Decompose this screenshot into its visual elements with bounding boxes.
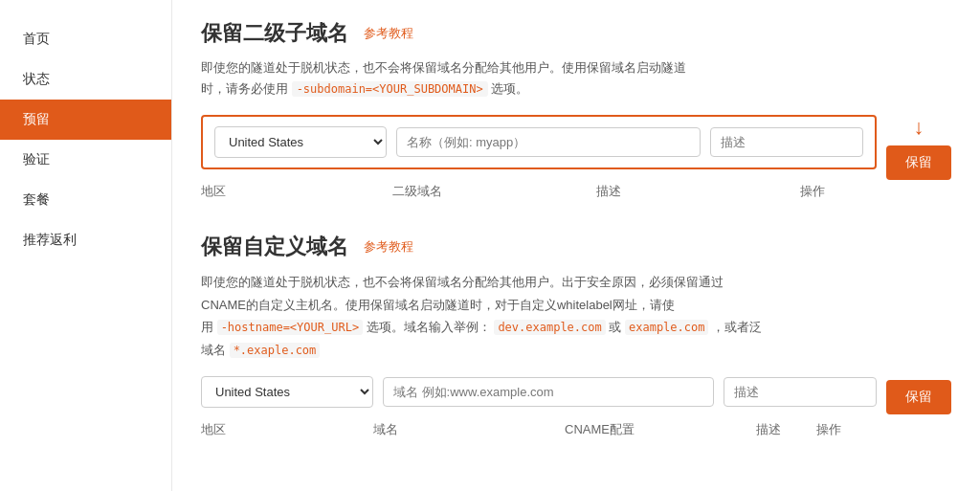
th2-action: 操作 <box>816 421 877 438</box>
th2-desc: 描述 <box>756 421 816 438</box>
sidebar-item-verify[interactable]: 验证 <box>0 140 171 180</box>
sidebar-item-status[interactable]: 状态 <box>0 59 171 100</box>
custom-domain-ref-link[interactable]: 参考教程 <box>364 238 413 256</box>
custom-domain-name-input[interactable] <box>383 377 714 407</box>
subdomain-table-header: 地区 二级域名 描述 操作 <box>201 179 877 204</box>
subdomain-form-row: United States <box>201 115 877 169</box>
custom-desc-7: 域名 <box>201 343 226 357</box>
custom-desc-1: 即使您的隧道处于脱机状态，也不会将保留域名分配给其他用户。出于安全原因，必须保留… <box>201 275 724 289</box>
custom-code2: -hostname=<YOUR_URL> <box>217 320 364 335</box>
subdomain-save-area: ↓ 保留 <box>886 115 951 180</box>
custom-domain-table-header: 地区 域名 CNAME配置 描述 操作 <box>201 417 877 442</box>
subdomain-region-select[interactable]: United States <box>214 126 387 158</box>
subdomain-desc-text1: 即使您的隧道处于脱机状态，也不会将保留域名分配给其他用户。使用保留域名启动隧道 <box>201 60 686 75</box>
subdomain-code1: -subdomain=<YOUR_SUBDOMAIN> <box>292 81 488 97</box>
sidebar-item-plan[interactable]: 套餐 <box>0 180 171 220</box>
th2-region: 地区 <box>201 421 373 438</box>
custom-domain-save-button[interactable]: 保留 <box>886 380 951 414</box>
subdomain-ref-link[interactable]: 参考教程 <box>364 25 413 42</box>
subdomain-title: 保留二级子域名 <box>201 19 348 48</box>
th-action: 操作 <box>800 183 877 200</box>
subdomain-section: 保留二级子域名 参考教程 即使您的隧道处于脱机状态，也不会将保留域名分配给其他用… <box>201 19 951 204</box>
sidebar: 首页 状态 预留 验证 套餐 推荐返利 <box>0 0 172 491</box>
th2-cname: CNAME配置 <box>565 421 756 438</box>
page-layout: 首页 状态 预留 验证 套餐 推荐返利 保留二级子域名 参考教程 即使您的隧道处… <box>0 0 980 491</box>
custom-code4: example.com <box>625 320 708 335</box>
custom-desc-4: 选项。域名输入举例： <box>367 320 491 334</box>
custom-domain-save-area: 保留 <box>886 376 951 414</box>
custom-domain-form-row: United States <box>201 376 877 408</box>
sidebar-item-reserve[interactable]: 预留 <box>0 100 171 140</box>
custom-domain-desc: 即使您的隧道处于脱机状态，也不会将保留域名分配给其他用户。出于安全原因，必须保留… <box>201 271 951 361</box>
sidebar-item-referral[interactable]: 推荐返利 <box>0 220 171 260</box>
subdomain-desc-input[interactable] <box>710 127 863 157</box>
custom-domain-section: 保留自定义域名 参考教程 即使您的隧道处于脱机状态，也不会将保留域名分配给其他用… <box>201 233 951 442</box>
subdomain-form-block: United States 地区 二级域名 描述 操作 <box>201 115 877 204</box>
custom-desc-5: 或 <box>609 320 621 334</box>
th2-domain: 域名 <box>373 421 565 438</box>
custom-domain-desc-input[interactable] <box>724 377 877 407</box>
sidebar-item-home[interactable]: 首页 <box>0 19 171 59</box>
subdomain-save-button[interactable]: 保留 <box>886 145 951 180</box>
th-subdomain: 二级域名 <box>392 183 596 200</box>
custom-code5: *.exaple.com <box>230 343 321 358</box>
custom-desc-2: CNAME的自定义主机名。使用保留域名启动隧道时，对于自定义whitelabel… <box>201 298 675 312</box>
subdomain-section-header: 保留二级子域名 参考教程 <box>201 19 951 48</box>
subdomain-name-input[interactable] <box>396 127 701 157</box>
arrow-down-icon: ↓ <box>914 115 924 140</box>
subdomain-desc: 即使您的隧道处于脱机状态，也不会将保留域名分配给其他用户。使用保留域名启动隧道 … <box>201 57 951 100</box>
main-content: 保留二级子域名 参考教程 即使您的隧道处于脱机状态，也不会将保留域名分配给其他用… <box>172 0 980 491</box>
custom-domain-form-block: United States 地区 域名 CNAME配置 描述 操作 <box>201 376 877 442</box>
th-desc: 描述 <box>596 183 800 200</box>
subdomain-desc-text2: 时，请务必使用 <box>201 81 288 96</box>
custom-desc-3: 用 <box>201 320 213 334</box>
subdomain-desc-text3: 选项。 <box>491 81 528 96</box>
th-region: 地区 <box>201 183 392 200</box>
custom-desc-6: ，或者泛 <box>712 320 762 334</box>
custom-code3: dev.example.com <box>494 320 605 335</box>
custom-domain-title: 保留自定义域名 <box>201 233 348 261</box>
custom-domain-region-select[interactable]: United States <box>201 376 373 408</box>
custom-domain-section-header: 保留自定义域名 参考教程 <box>201 233 951 261</box>
